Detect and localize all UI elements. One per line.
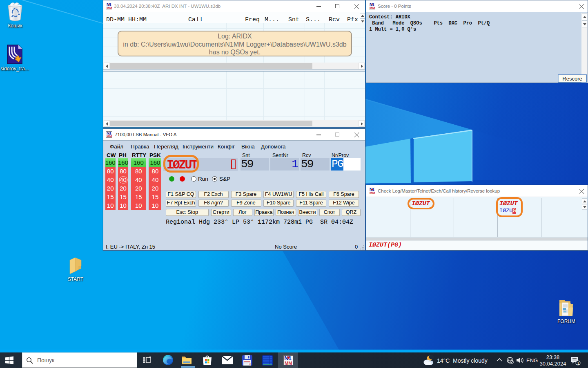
svg-text:1: 1 <box>577 361 579 366</box>
svg-text:31: 31 <box>249 363 252 366</box>
